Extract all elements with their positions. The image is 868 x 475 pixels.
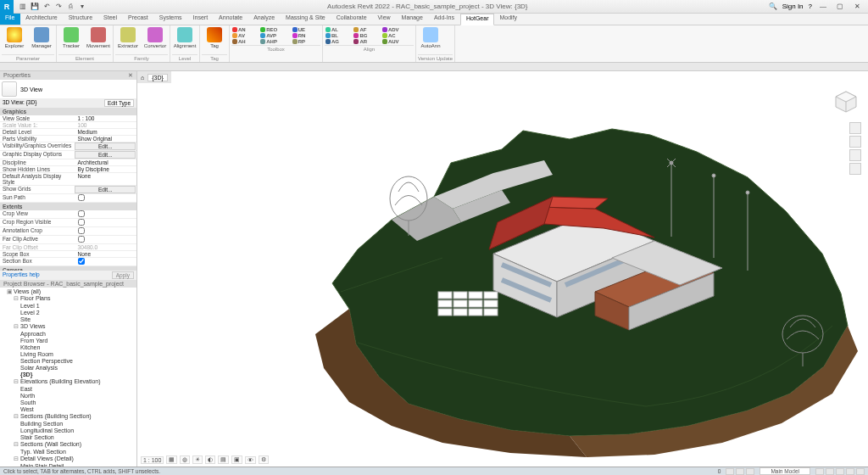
view-cube[interactable]	[832, 88, 860, 115]
svg-rect-28	[453, 292, 467, 299]
nav-bar[interactable]	[849, 122, 861, 175]
tab-hotgear[interactable]: HotGear	[460, 14, 494, 25]
tab-manage[interactable]: Manage	[397, 14, 429, 25]
qat-undo-icon[interactable]: ↶	[42, 3, 51, 11]
tab-modify[interactable]: Modify	[494, 14, 523, 25]
ribbon-tabs: File Architecture Structure Steel Precas…	[0, 14, 868, 25]
sb2[interactable]	[826, 468, 834, 475]
svg-rect-37	[469, 309, 482, 316]
sb1[interactable]	[815, 468, 824, 475]
view-tab[interactable]: {3D}	[147, 74, 168, 81]
prop-dads[interactable]: None	[75, 173, 136, 185]
shadow-icon: ◐	[205, 455, 215, 464]
tab-precast[interactable]: Precast	[123, 14, 154, 25]
svg-rect-32	[453, 300, 467, 307]
signin-link[interactable]: Sign In	[782, 3, 804, 10]
type-name[interactable]: 3D View	[20, 87, 42, 92]
tree-active-view: {3D}	[20, 371, 136, 377]
tab-file[interactable]: File	[0, 14, 20, 25]
movement-button[interactable]: Movement	[86, 26, 111, 49]
instance-selector[interactable]: 3D View: {3D}	[3, 99, 104, 107]
svg-point-24	[712, 174, 715, 177]
selection-count: 0	[718, 468, 721, 474]
convertor-button[interactable]: Convertor	[142, 26, 168, 49]
prop-hidden[interactable]: By Discipline	[75, 166, 136, 172]
autoann-button[interactable]: AutoAnn	[418, 26, 443, 49]
toolbox-grid[interactable]: ANREOUE AVAVPRN AHAHPRP	[231, 26, 320, 45]
manager-button[interactable]: Manager	[29, 26, 54, 49]
project-browser-tree[interactable]: ▣Views (all) ⊟Floor Plans Level 1Level 2…	[0, 288, 136, 467]
drag-icon[interactable]	[746, 468, 754, 475]
qat-redo-icon[interactable]: ↷	[54, 3, 63, 11]
nav-pan-icon	[849, 136, 861, 148]
sun-icon: ☀	[192, 455, 203, 464]
alignment-button[interactable]: Alignment	[172, 26, 198, 49]
qat-print-icon[interactable]: ⎙	[66, 3, 75, 11]
render-icon: ▤	[218, 455, 229, 464]
qat-more-icon[interactable]: ▾	[78, 3, 86, 11]
extractor-button[interactable]: Extractor	[115, 26, 141, 49]
crop-icon: ▣	[231, 455, 242, 464]
tab-architecture[interactable]: Architecture	[20, 14, 63, 25]
viewport-3d[interactable]: ⌂{3D}	[137, 71, 868, 467]
svg-rect-27	[438, 292, 452, 299]
prop-gdo-button[interactable]: Edit...	[75, 151, 136, 159]
qat-save-icon[interactable]: 💾	[31, 3, 39, 11]
svg-rect-31	[438, 300, 452, 307]
prop-sun[interactable]	[75, 194, 136, 202]
hide-icon: 👁	[245, 456, 256, 464]
tab-steel[interactable]: Steel	[98, 14, 123, 25]
edit-type-button[interactable]: Edit Type	[104, 99, 134, 107]
tab-structure[interactable]: Structure	[64, 14, 98, 25]
properties-close-icon[interactable]: ✕	[128, 72, 133, 79]
prop-detail[interactable]: Medium	[75, 129, 136, 135]
explorer-button[interactable]: Explorer	[2, 26, 27, 49]
prop-view-scale[interactable]: 1 : 100	[75, 115, 136, 121]
prop-far[interactable]	[75, 236, 136, 243]
tab-massing[interactable]: Massing & Site	[281, 14, 331, 25]
tab-systems[interactable]: Systems	[154, 14, 188, 25]
prop-section[interactable]	[75, 258, 136, 265]
tab-addins[interactable]: Add-Ins	[429, 14, 460, 25]
minimize-button[interactable]: —	[817, 3, 829, 10]
prop-cropv[interactable]	[75, 219, 136, 226]
svg-rect-29	[469, 292, 482, 299]
prop-crop[interactable]	[75, 210, 136, 218]
prop-scope[interactable]: None	[75, 251, 136, 257]
properties-help-link[interactable]: Properties help	[3, 271, 40, 279]
prop-discipline[interactable]: Architectural	[75, 159, 136, 165]
nav-wheel-icon	[849, 122, 861, 134]
apply-button[interactable]: Apply	[112, 271, 134, 279]
cat-graphics[interactable]: Graphics	[0, 108, 136, 115]
maximize-button[interactable]: ▢	[834, 3, 846, 10]
tab-analyze[interactable]: Analyze	[248, 14, 281, 25]
nav-orbit-icon	[849, 163, 861, 175]
home-icon[interactable]: ⌂	[141, 75, 144, 81]
tag-button[interactable]: Tag	[202, 26, 227, 49]
tab-view[interactable]: View	[373, 14, 397, 25]
svg-rect-35	[438, 309, 452, 316]
qat-open-icon[interactable]: ▥	[19, 3, 27, 11]
prop-parts[interactable]: Show Original	[75, 136, 136, 142]
sb4[interactable]	[846, 468, 854, 475]
properties-title: Properties	[3, 72, 31, 79]
tracker-button[interactable]: Tracker	[58, 26, 84, 49]
tab-collaborate[interactable]: Collaborate	[331, 14, 373, 25]
sb3[interactable]	[836, 468, 844, 475]
browser-title: Project Browser - RAC_basic_sample_proje…	[3, 281, 124, 287]
tab-insert[interactable]: Insert	[188, 14, 214, 25]
close-button[interactable]: ✕	[851, 3, 863, 10]
view-control-bar[interactable]: 1 : 100 ▦◍☀◐▤▣👁⚙	[141, 455, 269, 465]
search-icon[interactable]: 🔍	[769, 3, 777, 10]
help-icon[interactable]: ?	[809, 3, 812, 10]
workset-display[interactable]: Main Model	[760, 467, 810, 475]
prop-anno[interactable]	[75, 227, 136, 235]
align-grid[interactable]: ALAFADV BLBGAC AGARAUV	[325, 26, 414, 45]
prop-grids-button[interactable]: Edit...	[75, 186, 136, 193]
filter-icon[interactable]	[726, 468, 734, 475]
cat-extents[interactable]: Extents	[0, 203, 136, 210]
prop-vg-button[interactable]: Edit...	[75, 142, 136, 150]
tab-annotate[interactable]: Annotate	[214, 14, 248, 25]
sb5[interactable]	[856, 468, 865, 475]
sel-icon[interactable]	[736, 468, 744, 475]
